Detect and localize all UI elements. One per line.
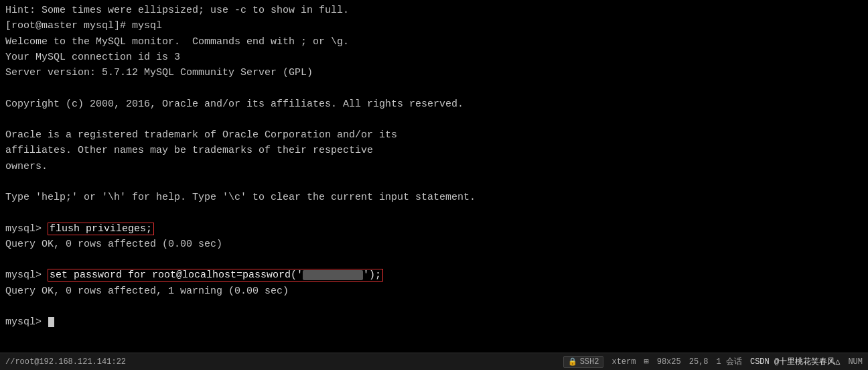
setpwd-prefix: set password for root@localhost=password… [50,269,303,281]
empty6 [5,299,863,314]
terminal-cursor [48,317,54,327]
empty3 [5,174,863,190]
empty1 [5,80,863,96]
mode-label: NUM [848,357,863,367]
pos-label: 25,8 [689,357,709,367]
empty2 [5,112,863,127]
final-prompt-text: mysql> [5,316,48,328]
flush-line: mysql> flush privileges; [5,221,863,237]
session-label: 1 会话 [717,356,742,367]
welcome-line1: Welcome to the MySQL monitor. Commands e… [5,34,863,50]
hint-line: Hint: Some times were ellipsized; use -c… [5,3,863,18]
flush-command: flush privileges; [48,223,154,235]
mysql-prompt-line: [root@master mysql]# mysql [5,18,863,34]
size-icon: ⊞ [644,357,648,367]
lock-icon: 🔒 [568,357,577,366]
status-left: //root@192.168.121.141:22 [5,357,126,367]
setpwd-command: set password for root@localhost=password… [48,269,383,282]
password-blurred [303,270,363,280]
connection-label: //root@192.168.121.141:22 [5,357,126,367]
query-ok1-line: Query OK, 0 rows affected (0.00 sec) [5,237,863,252]
term-label: xterm [611,357,636,367]
terminal: Hint: Some times were ellipsized; use -c… [0,0,868,353]
csdn-label: CSDN @十里桃花笑春风△ [750,356,840,367]
empty5 [5,252,863,267]
oracle-line3: owners. [5,159,863,174]
oracle-line1: Oracle is a registered trademark of Orac… [5,127,863,143]
status-bar: //root@192.168.121.141:22 🔒 SSH2 xterm ⊞… [0,353,868,370]
copyright-line: Copyright (c) 2000, 2016, Oracle and/or … [5,97,863,112]
ssh-badge: 🔒 SSH2 [563,356,604,368]
setpwd-line: mysql> set password for root@localhost=p… [5,267,863,283]
oracle-line2: affiliates. Other names may be trademark… [5,143,863,158]
ssh-label: SSH2 [580,357,599,367]
type-line: Type 'help;' or '\h' for help. Type '\c'… [5,190,863,205]
final-prompt-line: mysql> [5,314,863,330]
connid-line: Your MySQL connection id is 3 [5,50,863,65]
status-right: 🔒 SSH2 xterm ⊞ 98x25 25,8 1 会话 CSDN @十里桃… [563,356,863,368]
setpwd-suffix: '); [363,269,381,281]
empty4 [5,205,863,221]
query-ok2-line: Query OK, 0 rows affected, 1 warning (0.… [5,284,863,299]
size-label: 98x25 [657,357,681,367]
server-line: Server version: 5.7.12 MySQL Community S… [5,65,863,80]
